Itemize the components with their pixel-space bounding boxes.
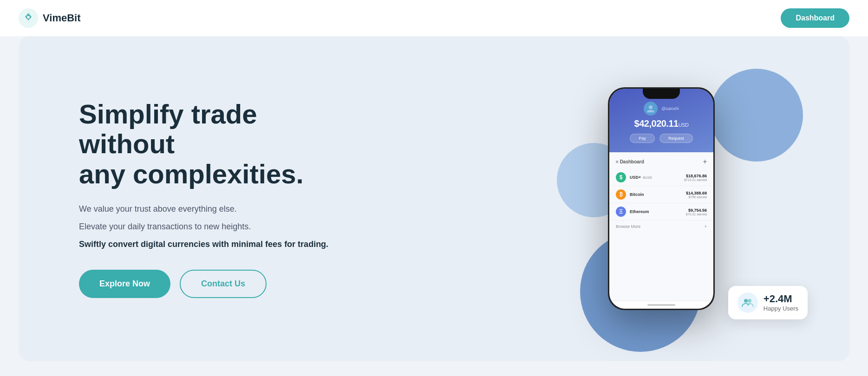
btc-coin-value: $14,388.69: [686, 191, 707, 195]
hero-subtitle-bold: Swiftly convert digital currencies with …: [79, 238, 339, 252]
phone-home-indicator: [647, 304, 675, 306]
hero-subtitle-line2: Elevate your daily transactions to new h…: [79, 220, 339, 234]
coin-row-btc: ₿ Bitcoin $14,388.69 $756 earned: [609, 186, 713, 203]
phone-notch: [643, 89, 680, 99]
contact-us-button[interactable]: Contact Us: [180, 270, 267, 298]
explore-now-button[interactable]: Explore Now: [79, 270, 170, 298]
users-icon: [742, 297, 754, 309]
btc-coin-change: $756 earned: [686, 195, 707, 199]
phone-mockup: @satoshi $42,020.11USD Pay Request ≡ Das…: [608, 87, 715, 310]
hero-title: Simplify trade without any complexities.: [79, 99, 339, 190]
phone-username: @satoshi: [661, 106, 679, 111]
usd-coin-icon: $: [616, 172, 626, 182]
eth-coin-change: $70.21 earned: [686, 213, 707, 216]
usd-coin-amounts: $18,676.86 $710.21 earned: [684, 174, 707, 182]
phone-bottom-bar: [609, 301, 713, 309]
decorative-circle-top: [710, 69, 803, 162]
happy-users-icon-circle: [737, 292, 758, 313]
dashboard-button[interactable]: Dashboard: [781, 8, 849, 28]
btc-coin-name: Bitcoin: [630, 192, 682, 197]
phone-avatar-row: @satoshi: [644, 102, 679, 116]
eth-coin-amounts: $9,754.56 $70.21 earned: [686, 208, 707, 216]
phone-browse-more: Browse More +: [609, 220, 713, 231]
phone-screen: @satoshi $42,020.11USD Pay Request ≡ Das…: [609, 89, 713, 309]
svg-point-3: [744, 299, 748, 303]
phone-plus-icon: +: [703, 158, 707, 165]
coin-row-usd: $ USD+BUSD $18,676.86 $710.21 earned: [609, 169, 713, 186]
hero-subtitle-line1: We value your trust above everything els…: [79, 202, 339, 216]
eth-coin-icon: Ξ: [616, 207, 626, 217]
happy-users-label: Happy Users: [764, 305, 798, 312]
hero-left-content: Simplify trade without any complexities.…: [79, 99, 339, 298]
phone-request-button: Request: [659, 134, 693, 143]
eth-coin-name: Ethereum: [630, 209, 682, 214]
browse-plus-icon: +: [705, 224, 707, 229]
coin-row-eth: Ξ Ethereum $9,754.56 $70.21 earned: [609, 203, 713, 220]
happy-users-count: +2.4M: [764, 293, 798, 305]
usd-coin-name: USD+BUSD: [630, 175, 680, 180]
btc-coin-icon: ₿: [616, 189, 626, 200]
phone-avatar: [644, 102, 658, 116]
phone-pay-button: Pay: [630, 134, 655, 143]
usd-coin-sub: BUSD: [643, 176, 652, 179]
eth-coin-value: $9,754.56: [686, 208, 707, 213]
happy-users-badge: +2.4M Happy Users: [728, 286, 808, 319]
phone-action-buttons: Pay Request: [630, 134, 692, 143]
svg-point-4: [748, 299, 751, 303]
phone-dashboard: ≡ Dashboard + $ USD+BUSD $18,676.86 $710…: [609, 152, 713, 301]
logo-text: VimeBit: [43, 12, 81, 24]
svg-point-2: [649, 105, 653, 109]
vimebit-logo-icon: [19, 8, 38, 28]
usd-coin-value: $18,676.86: [684, 174, 707, 178]
happy-users-text: +2.4M Happy Users: [764, 293, 798, 311]
dashboard-label: ≡ Dashboard: [616, 159, 644, 164]
hero-right-content: @satoshi $42,020.11USD Pay Request ≡ Das…: [571, 64, 812, 333]
hero-buttons: Explore Now Contact Us: [79, 270, 339, 298]
phone-dash-header: ≡ Dashboard +: [609, 156, 713, 169]
hero-section: Simplify trade without any complexities.…: [19, 36, 849, 361]
btc-coin-amounts: $14,388.69 $756 earned: [686, 191, 707, 199]
navbar: VimeBit Dashboard: [0, 0, 868, 36]
phone-balance: $42,020.11USD: [634, 118, 689, 129]
usd-coin-change: $710.21 earned: [684, 178, 707, 182]
svg-point-1: [27, 16, 30, 19]
logo-area: VimeBit: [19, 8, 81, 28]
